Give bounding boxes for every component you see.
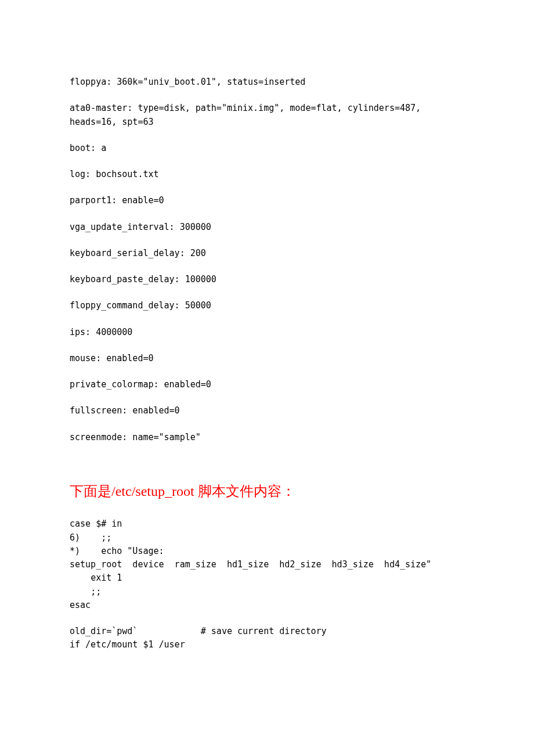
config-line: fullscreen: enabled=0 — [70, 404, 464, 417]
config-line: floppya: 360k="univ_boot.01", status=ins… — [70, 75, 464, 89]
config-line: parport1: enable=0 — [70, 194, 464, 207]
script-block-2: old_dir=`pwd` # save current directory i… — [70, 625, 464, 652]
document-page: floppya: 360k="univ_boot.01", status=ins… — [0, 0, 534, 687]
config-line: private_colormap: enabled=0 — [70, 378, 464, 391]
script-line: if /etc/mount $1 /user — [70, 638, 464, 651]
script-line: exit 1 — [70, 571, 464, 585]
script-line: esac — [70, 599, 464, 612]
config-line: vga_update_interval: 300000 — [70, 221, 464, 234]
script-line: case $# in — [70, 517, 464, 531]
config-line: keyboard_paste_delay: 100000 — [70, 273, 464, 286]
script-line: 6) ;; — [70, 531, 464, 545]
config-line: screenmode: name="sample" — [70, 431, 464, 444]
section-heading: 下面是/etc/setup_root 脚本文件内容： — [70, 482, 464, 502]
script-line: ;; — [70, 585, 464, 599]
script-line: old_dir=`pwd` # save current directory — [70, 625, 464, 638]
config-line: mouse: enabled=0 — [70, 352, 464, 365]
script-line: *) echo "Usage: — [70, 545, 464, 558]
config-line: log: bochsout.txt — [70, 168, 464, 181]
config-line: floppy_command_delay: 50000 — [70, 299, 464, 312]
config-line: boot: a — [70, 142, 464, 155]
script-line: setup_root device ram_size hd1_size hd2_… — [70, 558, 464, 571]
config-line: ips: 4000000 — [70, 326, 464, 339]
config-line: ata0-master: type=disk, path="minix.img"… — [70, 102, 464, 129]
config-block: floppya: 360k="univ_boot.01", status=ins… — [70, 75, 464, 444]
config-line: keyboard_serial_delay: 200 — [70, 247, 464, 260]
script-block-1: case $# in 6) ;; *) echo "Usage: setup_r… — [70, 517, 464, 612]
